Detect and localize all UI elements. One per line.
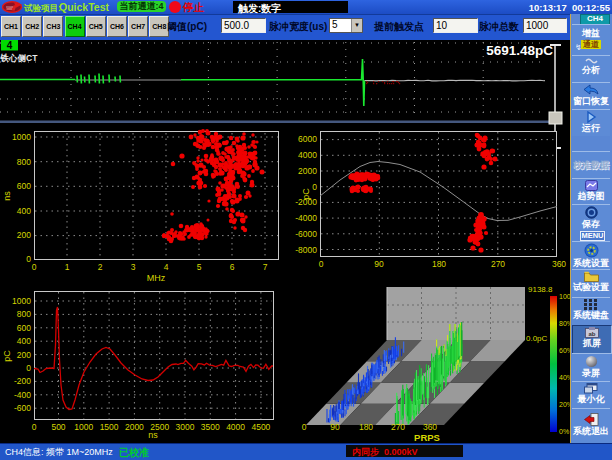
svg-text:500: 500 [51,422,65,432]
svg-text:铁心侧CT: 铁心侧CT [0,53,38,63]
svg-text:-8000: -8000 [295,245,317,255]
svg-text:0: 0 [26,363,31,373]
svg-text:800: 800 [17,309,31,319]
svg-text:5: 5 [197,262,202,272]
svg-text:PRPS: PRPS [414,432,440,443]
svg-text:ns: ns [2,191,12,201]
svg-text:-6000: -6000 [295,229,317,239]
svg-text:1500: 1500 [100,422,119,432]
svg-text:270: 270 [391,422,405,432]
svg-text:6: 6 [230,262,235,272]
svg-text:pC: pC [301,188,311,200]
svg-text:0.0pC: 0.0pC [526,334,548,343]
svg-text:400: 400 [17,336,31,346]
svg-text:200: 200 [17,350,31,360]
svg-text:0%: 0% [559,428,569,435]
svg-text:800: 800 [17,157,31,167]
svg-text:360: 360 [423,422,437,432]
svg-text:1000: 1000 [12,296,31,306]
svg-text:200: 200 [17,230,31,240]
svg-text:90: 90 [330,422,340,432]
svg-text:600: 600 [17,181,31,191]
svg-text:0: 0 [302,422,307,432]
svg-text:0: 0 [319,259,324,269]
svg-text:0: 0 [32,262,37,272]
svg-text:90: 90 [374,259,384,269]
svg-text:0: 0 [32,422,37,432]
svg-text:5691.48pC: 5691.48pC [486,43,553,58]
svg-text:4: 4 [7,40,13,51]
svg-text:3500: 3500 [201,422,220,432]
svg-text:0: 0 [26,254,31,264]
svg-text:4500: 4500 [251,422,270,432]
svg-text:7: 7 [263,262,268,272]
svg-text:180: 180 [359,422,373,432]
svg-text:600: 600 [17,323,31,333]
svg-text:4000: 4000 [298,150,317,160]
svg-text:2000: 2000 [125,422,144,432]
svg-text:ns: ns [148,430,158,440]
svg-text:-400: -400 [14,390,31,400]
svg-text:360: 360 [552,259,566,269]
svg-text:180: 180 [432,259,446,269]
svg-text:270: 270 [491,259,505,269]
svg-text:0: 0 [312,182,317,192]
svg-text:pC: pC [2,350,12,362]
svg-text:9138.8: 9138.8 [528,285,553,294]
svg-text:-600: -600 [14,403,31,413]
svg-text:6000: 6000 [298,134,317,144]
svg-text:MHz: MHz [147,273,166,283]
svg-text:3: 3 [131,262,136,272]
svg-text:-4000: -4000 [295,213,317,223]
svg-text:1: 1 [65,262,70,272]
svg-text:4: 4 [164,262,169,272]
svg-text:2000: 2000 [298,166,317,176]
svg-text:ab: ab [588,331,595,337]
svg-text:2: 2 [98,262,103,272]
svg-text:-200: -200 [14,376,31,386]
svg-text:400: 400 [17,206,31,216]
svg-text:4000: 4000 [226,422,245,432]
svg-text:1000: 1000 [12,132,31,142]
svg-text:1000: 1000 [74,422,93,432]
svg-text:3000: 3000 [176,422,195,432]
